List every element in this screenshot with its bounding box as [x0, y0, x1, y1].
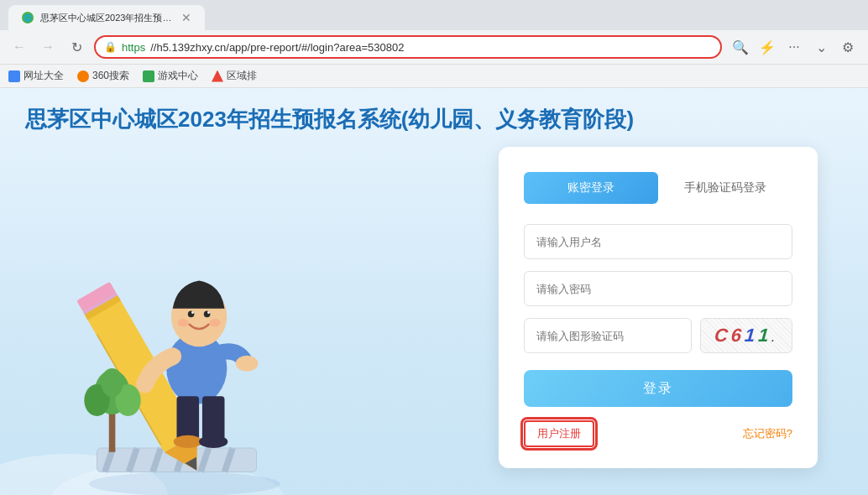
bookmark-360[interactable]: 360搜索: [77, 69, 129, 83]
bookmark-quyu[interactable]: 区域排: [212, 69, 257, 83]
captcha-input[interactable]: [524, 318, 692, 353]
forward-button[interactable]: →: [37, 36, 59, 58]
svg-rect-26: [202, 396, 225, 440]
register-button[interactable]: 用户注册: [524, 420, 594, 447]
address-bar[interactable]: 🔒 https //h5.139zhxy.cn/app/pre-report/#…: [94, 35, 722, 59]
bookmark-icon-360: [77, 70, 89, 82]
bookmark-label-wangzhi: 网址大全: [24, 69, 64, 83]
chevron-button[interactable]: ⌄: [809, 35, 833, 59]
svg-point-23: [177, 319, 188, 327]
username-input[interactable]: [524, 224, 792, 259]
forgot-password-link[interactable]: 忘记密码?: [743, 426, 792, 441]
svg-point-27: [174, 435, 202, 448]
captcha-text: C611.: [714, 325, 779, 346]
bookmarks-bar: 网址大全 360搜索 游戏中心 区域排: [0, 64, 868, 87]
password-input[interactable]: [524, 271, 792, 306]
bookmark-label-quyu: 区域排: [227, 69, 257, 83]
bookmark-games[interactable]: 游戏中心: [143, 69, 198, 83]
tab-phone-login[interactable]: 手机验证码登录: [658, 172, 792, 204]
address-domain-path: //h5.139zhxy.cn/app/pre-report/#/login?a…: [150, 41, 404, 54]
tab-favicon: 🌐: [22, 12, 34, 23]
login-tabs: 账密登录 手机验证码登录: [524, 172, 792, 204]
svg-point-22: [207, 311, 210, 314]
illustration-svg: [42, 177, 327, 495]
page-content: 思茅区中心城区2023年招生预报名系统(幼儿园、义务教育阶段): [0, 88, 868, 495]
svg-point-24: [209, 319, 220, 327]
bookmark-icon-quyu: [212, 70, 223, 82]
captcha-row: C611.: [524, 318, 792, 353]
tab-bar: 🌐 思茅区中心城区2023年招生预报名系统(幼儿园、义务教育阶段) ✕: [0, 0, 868, 30]
login-button[interactable]: 登录: [524, 370, 792, 407]
bookmark-icon-wangzhi: [8, 70, 20, 82]
lightning-button[interactable]: ⚡: [756, 35, 779, 59]
tab-title: 思茅区中心城区2023年招生预报名系统(幼儿园、义务教育阶段): [40, 12, 175, 24]
refresh-button[interactable]: ↻: [65, 36, 87, 58]
search-action-button[interactable]: 🔍: [729, 35, 752, 59]
bottom-links: 用户注册 忘记密码?: [524, 420, 792, 447]
bookmark-wangzhi[interactable]: 网址大全: [8, 69, 64, 83]
page-title: 思茅区中心城区2023年招生预报名系统(幼儿园、义务教育阶段): [25, 105, 843, 134]
browser-tab[interactable]: 🌐 思茅区中心城区2023年招生预报名系统(幼儿园、义务教育阶段) ✕: [8, 5, 205, 30]
svg-point-33: [101, 368, 123, 397]
tab-password-login[interactable]: 账密登录: [524, 172, 658, 204]
more-button[interactable]: ···: [782, 35, 806, 59]
extension-button[interactable]: ⚙: [836, 35, 860, 59]
address-bar-row: ← → ↻ 🔒 https //h5.139zhxy.cn/app/pre-re…: [0, 30, 868, 64]
tab-close-button[interactable]: ✕: [181, 11, 191, 24]
bookmark-label-360: 360搜索: [92, 69, 129, 83]
svg-rect-29: [109, 412, 116, 452]
bookmark-icon-games: [143, 70, 154, 82]
secure-icon: 🔒: [104, 41, 117, 53]
svg-point-28: [199, 435, 227, 448]
svg-point-21: [191, 311, 194, 314]
illustration: [25, 185, 361, 495]
login-card: 账密登录 手机验证码登录 C611. 登录 用户注册 忘记: [499, 147, 818, 468]
svg-point-0: [89, 472, 280, 496]
captcha-image[interactable]: C611.: [700, 318, 792, 353]
browser-chrome: 🌐 思茅区中心城区2023年招生预报名系统(幼儿园、义务教育阶段) ✕ ← → …: [0, 0, 868, 88]
browser-actions: 🔍 ⚡ ··· ⌄ ⚙: [729, 35, 860, 59]
svg-point-17: [236, 356, 259, 372]
back-button[interactable]: ←: [8, 36, 30, 58]
svg-rect-25: [177, 396, 200, 440]
bookmark-label-games: 游戏中心: [158, 69, 198, 83]
address-secure-part: https: [122, 41, 145, 54]
